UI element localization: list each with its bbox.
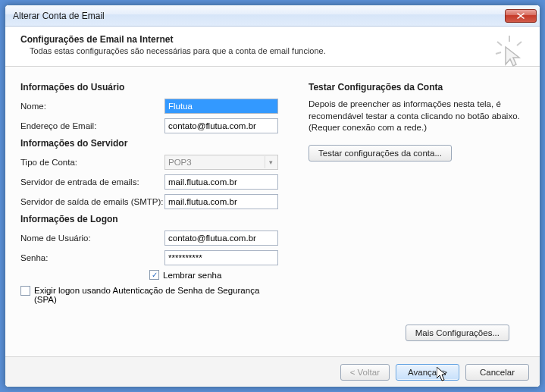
section-logon-info: Informações de Logon	[20, 214, 293, 224]
test-description: Depois de preencher as informações nesta…	[309, 99, 525, 134]
input-incoming[interactable]	[164, 174, 278, 190]
section-user-info: Informações do Usuário	[20, 82, 293, 93]
checkmark-icon: ✓	[152, 271, 158, 279]
select-account-type: POP3 ▾	[164, 155, 278, 170]
more-settings-button[interactable]: Mais Configurações...	[406, 325, 509, 341]
checkbox-spa[interactable]	[20, 286, 30, 296]
label-password: Senha:	[20, 253, 164, 262]
svg-line-3	[496, 52, 501, 54]
row-username: Nome de Usuário:	[20, 230, 293, 246]
row-spa: Exigir logon usando Autenticação de Senh…	[20, 286, 293, 304]
row-name: Nome:	[20, 99, 293, 114]
section-server-info: Informações do Servidor	[20, 138, 293, 149]
dialog-window: Alterar Conta de Email Configurações de …	[5, 5, 540, 387]
row-account-type: Tipo de Conta: POP3 ▾	[20, 155, 293, 170]
checkbox-remember[interactable]: ✓	[149, 270, 159, 280]
label-remember: Lembrar senha	[163, 271, 221, 280]
row-password: Senha:	[20, 250, 293, 265]
back-button: < Voltar	[340, 364, 390, 381]
header-title: Configurações de Email na Internet	[20, 34, 528, 45]
close-icon	[517, 13, 525, 19]
label-incoming: Servidor de entrada de emails:	[20, 177, 164, 187]
svg-line-2	[517, 42, 522, 45]
chevron-down-icon: ▾	[265, 156, 277, 168]
input-name[interactable]	[164, 99, 278, 114]
close-button[interactable]	[505, 9, 537, 23]
label-username: Nome de Usuário:	[20, 234, 164, 243]
header-desc: Todas estas configurações são necessária…	[20, 46, 528, 55]
left-column: Informações do Usuário Nome: Endereço de…	[20, 79, 293, 350]
row-outgoing: Servidor de saída de emails (SMTP):	[20, 194, 293, 209]
input-username[interactable]	[164, 230, 278, 246]
row-email: Endereço de Email:	[20, 118, 293, 133]
row-incoming: Servidor de entrada de emails:	[20, 174, 293, 190]
input-email[interactable]	[164, 118, 278, 133]
titlebar: Alterar Conta de Email	[5, 5, 540, 27]
label-spa: Exigir logon usando Autenticação de Senh…	[34, 286, 277, 304]
cancel-button[interactable]: Cancelar	[465, 364, 529, 381]
label-email: Endereço de Email:	[20, 121, 164, 130]
next-button[interactable]: Avançar >	[396, 364, 459, 381]
input-password[interactable]	[164, 250, 278, 265]
section-test-title: Testar Configurações da Conta	[309, 82, 525, 93]
test-settings-button[interactable]: Testar configurações da conta...	[309, 145, 452, 162]
row-remember: ✓ Lembrar senha	[20, 270, 293, 280]
select-account-type-value: POP3	[168, 158, 192, 167]
input-outgoing[interactable]	[164, 194, 278, 209]
header-panel: Configurações de Email na Internet Todas…	[5, 27, 540, 67]
label-account-type: Tipo de Conta:	[20, 158, 164, 167]
svg-line-1	[497, 42, 502, 45]
content-area: Informações do Usuário Nome: Endereço de…	[5, 67, 540, 356]
label-outgoing: Servidor de saída de emails (SMTP):	[20, 197, 164, 206]
footer-bar: < Voltar Avançar > Cancelar	[5, 356, 540, 387]
right-column: Testar Configurações da Conta Depois de …	[309, 79, 525, 350]
cursor-click-icon	[493, 34, 526, 67]
window-title: Alterar Conta de Email	[13, 11, 505, 21]
label-name: Nome:	[20, 102, 164, 111]
